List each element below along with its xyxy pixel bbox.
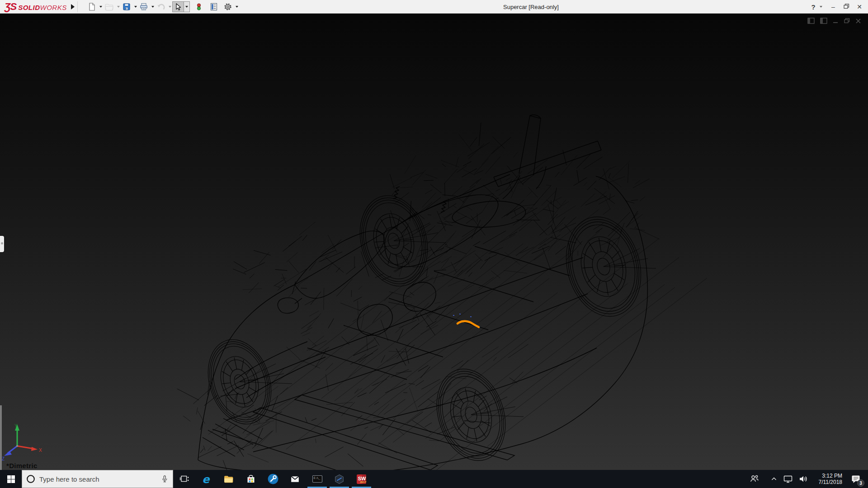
taskbar-file-explorer[interactable]	[217, 470, 240, 488]
x-axis-label: X	[39, 448, 42, 453]
titlebar: ƷS SOLID WORKS	[0, 0, 868, 14]
rebuild-stoplight-icon	[194, 2, 203, 11]
select-dropdown-caret	[185, 6, 188, 8]
file-explorer-icon	[223, 474, 234, 485]
save-button[interactable]	[121, 1, 132, 13]
minimize-button[interactable]: –	[828, 3, 838, 10]
orientation-triad: Y X Z	[1, 422, 55, 465]
people-icon[interactable]	[749, 474, 760, 484]
task-view-icon	[179, 474, 189, 484]
cortana-icon	[26, 474, 36, 484]
brand-works: WORKS	[40, 4, 66, 11]
svg-text:C:\_: C:\_	[313, 476, 320, 480]
taskbar-search[interactable]	[22, 470, 173, 488]
restore-button[interactable]	[841, 3, 851, 10]
save-dropdown-caret[interactable]	[134, 6, 137, 8]
edge-icon: e	[201, 473, 212, 485]
print-icon	[139, 2, 148, 11]
open-folder-icon	[104, 2, 114, 11]
volume-icon[interactable]	[797, 474, 808, 484]
doc-minimize-icon[interactable]	[832, 17, 839, 24]
solidworks-logo: ƷS SOLID WORKS	[0, 1, 68, 13]
wrench-circle-icon	[267, 473, 279, 485]
taskbar-edge[interactable]: e	[195, 470, 217, 488]
undo-dropdown-caret[interactable]	[169, 6, 171, 8]
selected-edge	[458, 321, 479, 327]
close-button[interactable]: ✕	[854, 3, 864, 10]
open-button[interactable]	[104, 1, 115, 13]
doc-close-icon[interactable]	[855, 17, 862, 24]
taskbar-mail[interactable]	[284, 470, 306, 488]
undo-button[interactable]	[156, 1, 166, 13]
x-axis-arrow	[31, 447, 38, 451]
taskbar-solidworks[interactable]: SW 2017	[350, 470, 373, 488]
windows-logo-icon	[7, 475, 15, 483]
hexagon-app-icon	[334, 474, 345, 485]
select-tool-button[interactable]	[172, 1, 184, 12]
menu-flyout-button[interactable]	[68, 1, 78, 12]
graphics-viewport[interactable]: Y X Z *Dimetric	[0, 14, 868, 470]
help-dropdown-caret[interactable]	[820, 6, 822, 8]
svg-text:2017: 2017	[360, 480, 366, 483]
view-orientation-label: *Dimetric	[6, 462, 38, 469]
ds-logo-glyph: ƷS	[5, 1, 16, 13]
save-floppy-icon	[122, 2, 131, 11]
hidden-icons-chevron[interactable]	[769, 474, 778, 483]
flyout-handle-dot	[1, 242, 3, 244]
mail-icon	[289, 474, 301, 485]
command-prompt-icon: C:\_	[311, 474, 323, 484]
start-button[interactable]	[0, 470, 22, 488]
options-dropdown-caret[interactable]	[236, 6, 238, 8]
undo-icon	[156, 2, 165, 11]
clock-time: 3:12 PM	[814, 473, 842, 479]
new-document-button[interactable]	[86, 1, 97, 13]
wireframe-car-model[interactable]	[0, 14, 868, 470]
notification-count-badge: 3	[857, 479, 864, 487]
taskbar-clock[interactable]: 3:12 PM 7/11/2018	[814, 473, 842, 485]
feature-panel-flyout-tab[interactable]	[0, 236, 4, 252]
file-properties-button[interactable]	[208, 1, 219, 13]
taskbar-setup-tool[interactable]	[262, 470, 284, 488]
y-axis-label: Y	[14, 423, 18, 428]
brand-solid: SOLID	[18, 4, 40, 11]
pane-toggle-icon[interactable]	[820, 17, 828, 24]
document-window-controls	[807, 17, 862, 24]
quick-access-toolbar	[86, 0, 239, 14]
open-dropdown-caret[interactable]	[117, 6, 120, 8]
flyout-arrow-icon	[71, 4, 75, 9]
system-tray: 3:12 PM 7/11/2018 3	[749, 470, 868, 488]
options-button[interactable]	[222, 1, 233, 13]
print-button[interactable]	[138, 1, 149, 13]
help-button[interactable]: ?	[810, 3, 816, 11]
solidworks-window: ƷS SOLID WORKS	[0, 0, 868, 488]
print-dropdown-caret[interactable]	[151, 6, 154, 8]
solidworks-app-icon: SW 2017	[356, 474, 367, 485]
windows-taskbar: e	[0, 470, 868, 488]
z-axis-label: Z	[2, 456, 5, 461]
doc-restore-icon[interactable]	[843, 17, 850, 24]
taskbar-command-prompt[interactable]: C:\_	[306, 470, 328, 488]
taskbar-store[interactable]	[240, 470, 262, 488]
restore-icon	[844, 4, 849, 9]
select-cursor-icon	[174, 2, 183, 11]
new-document-icon	[87, 2, 96, 11]
action-center-button[interactable]: 3	[848, 470, 863, 488]
clock-date: 7/11/2018	[814, 479, 842, 485]
new-dropdown-caret[interactable]	[99, 6, 102, 8]
task-view-button[interactable]	[173, 470, 195, 488]
document-title: Supercar [Read-only]	[503, 4, 559, 10]
taskbar-3d-viewer[interactable]	[328, 470, 350, 488]
network-icon[interactable]	[783, 474, 793, 484]
options-gear-icon	[223, 2, 232, 11]
svg-text:e: e	[202, 473, 210, 485]
search-input[interactable]	[39, 475, 156, 483]
rebuild-button[interactable]	[193, 1, 204, 13]
select-dropdown-button[interactable]	[184, 1, 190, 12]
microphone-icon[interactable]	[160, 474, 169, 484]
pane-toggle-icon[interactable]	[807, 17, 815, 24]
store-icon	[245, 474, 256, 484]
window-controls: ? – ✕	[810, 0, 864, 14]
file-properties-icon	[209, 2, 218, 11]
